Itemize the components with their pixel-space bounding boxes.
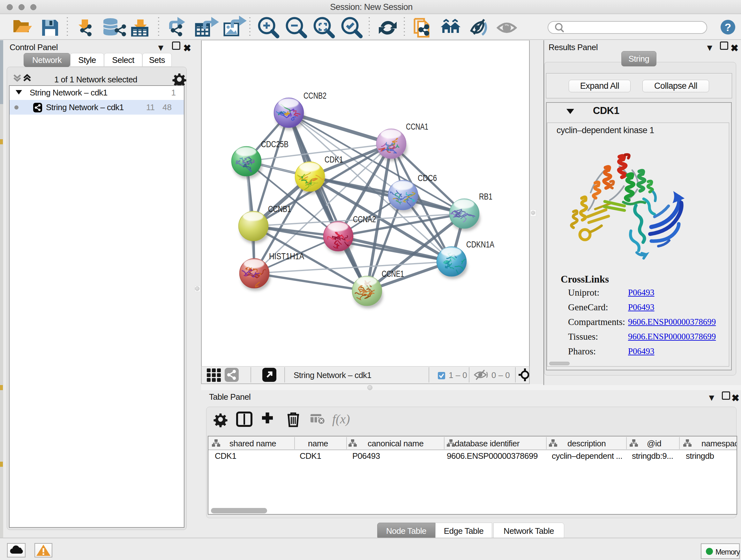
svg-text:database identifier: database identifier	[455, 439, 520, 448]
svg-text:stringdb: stringdb	[686, 451, 714, 461]
svg-text:CCNA1: CCNA1	[406, 122, 428, 132]
svg-text:CCNA2: CCNA2	[353, 214, 376, 224]
svg-text:canonical name: canonical name	[367, 439, 423, 448]
svg-text:description: description	[567, 439, 606, 448]
svg-text:namespac: namespac	[701, 439, 737, 448]
svg-text:0 – 0: 0 – 0	[491, 370, 510, 380]
svg-text:f(x): f(x)	[332, 412, 350, 426]
svg-text:CCNE1: CCNE1	[382, 269, 404, 279]
svg-text:CCNB2: CCNB2	[304, 91, 327, 101]
svg-text:CDC6: CDC6	[418, 173, 437, 183]
svg-text:CDK1: CDK1	[325, 155, 343, 165]
svg-text:CDKN1A: CDKN1A	[466, 240, 494, 249]
svg-text:CDK1: CDK1	[300, 451, 321, 461]
svg-text:1 – 0: 1 – 0	[449, 370, 467, 380]
svg-text:CDK1: CDK1	[215, 451, 236, 461]
svg-text:stringdb:9...: stringdb:9...	[632, 451, 673, 461]
svg-text:shared name: shared name	[229, 439, 276, 448]
svg-text:RB1: RB1	[479, 192, 492, 201]
svg-text:String Network – cdk1: String Network – cdk1	[293, 370, 372, 380]
svg-text:CDC25B: CDC25B	[261, 139, 288, 149]
svg-text:name: name	[308, 439, 328, 448]
svg-text:P06493: P06493	[352, 451, 380, 461]
svg-text:cyclin–dependent ...: cyclin–dependent ...	[552, 451, 622, 461]
svg-text:@id: @id	[647, 439, 661, 448]
svg-text:9606.ENSP00000378699: 9606.ENSP00000378699	[447, 451, 538, 461]
svg-text:CCNB1: CCNB1	[268, 204, 291, 214]
svg-text:HIST1H1A: HIST1H1A	[269, 252, 304, 261]
